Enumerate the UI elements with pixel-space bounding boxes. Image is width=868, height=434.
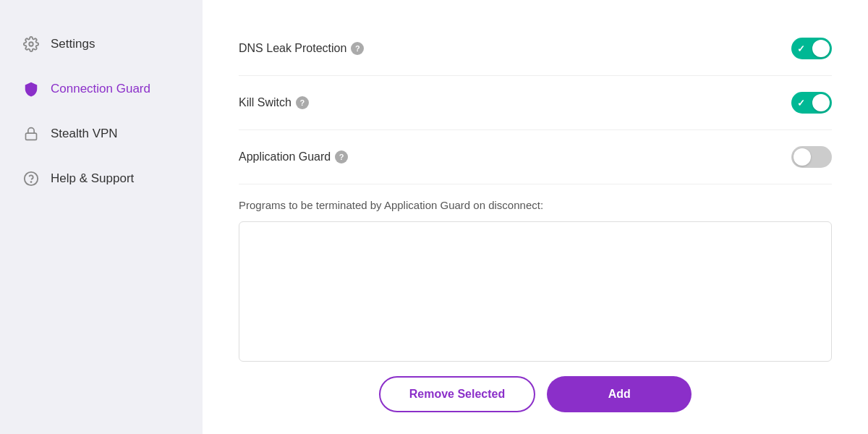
sidebar-item-help-support[interactable]: Help & Support — [0, 156, 203, 201]
dns-info-icon[interactable]: ? — [351, 42, 364, 55]
remove-selected-button[interactable]: Remove Selected — [379, 376, 536, 412]
programs-list[interactable] — [239, 221, 832, 362]
dns-leak-protection-text: DNS Leak Protection — [239, 42, 346, 55]
kill-switch-row: Kill Switch ? ✓ — [239, 76, 832, 130]
dns-leak-protection-slider — [791, 38, 832, 59]
programs-label: Programs to be terminated by Application… — [239, 199, 832, 211]
kill-switch-label: Kill Switch ? — [239, 96, 309, 109]
lock-icon — [22, 124, 41, 143]
sidebar-item-connection-guard-label: Connection Guard — [51, 82, 150, 96]
gear-icon — [22, 35, 41, 54]
sidebar-item-settings[interactable]: Settings — [0, 22, 203, 67]
sidebar: Settings Connection Guard Stealth VPN He… — [0, 0, 203, 434]
kill-switch-slider — [791, 92, 832, 114]
dns-leak-protection-row: DNS Leak Protection ? ✓ — [239, 22, 832, 76]
sidebar-item-help-support-label: Help & Support — [51, 171, 134, 186]
application-guard-toggle[interactable] — [791, 146, 832, 168]
application-guard-slider — [791, 146, 832, 168]
kill-switch-info-icon[interactable]: ? — [296, 96, 309, 109]
sidebar-item-stealth-vpn-label: Stealth VPN — [51, 127, 118, 141]
sidebar-item-settings-label: Settings — [51, 37, 95, 51]
kill-switch-toggle[interactable]: ✓ — [791, 92, 832, 114]
kill-switch-text: Kill Switch — [239, 96, 292, 109]
help-icon — [22, 169, 41, 188]
dns-leak-protection-label: DNS Leak Protection ? — [239, 42, 364, 55]
main-content: DNS Leak Protection ? ✓ Kill Switch ? ✓ … — [203, 0, 868, 434]
svg-rect-1 — [26, 133, 37, 140]
application-guard-text: Application Guard — [239, 150, 331, 163]
sidebar-item-connection-guard[interactable]: Connection Guard — [0, 67, 203, 111]
sidebar-item-stealth-vpn[interactable]: Stealth VPN — [0, 111, 203, 156]
add-button[interactable]: Add — [547, 376, 692, 412]
dns-leak-protection-toggle[interactable]: ✓ — [791, 38, 832, 59]
application-guard-label: Application Guard ? — [239, 150, 348, 163]
svg-point-0 — [29, 42, 33, 46]
application-guard-info-icon[interactable]: ? — [335, 150, 348, 163]
application-guard-row: Application Guard ? — [239, 130, 832, 184]
action-buttons: Remove Selected Add — [239, 376, 832, 412]
shield-icon — [22, 80, 41, 98]
